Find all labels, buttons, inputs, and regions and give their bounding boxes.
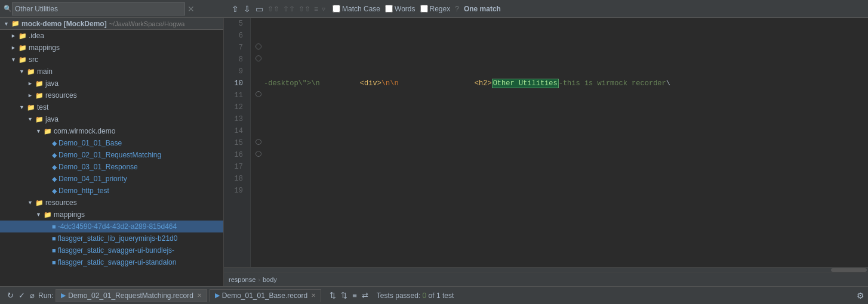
settings-button[interactable]: ⚙ (857, 291, 864, 300)
code-line-5 (256, 18, 868, 30)
regex-option[interactable]: Regex (420, 5, 451, 13)
mappings-label: mappings (29, 44, 60, 52)
filter-btn[interactable]: ▿ (321, 4, 327, 14)
sidebar[interactable]: ▼ 📁 mock-demo [MockDemo] ~/JavaWorkSpace… (0, 18, 224, 286)
rerun-button[interactable]: ↻ (6, 290, 15, 301)
sidebar-item-mappings-test[interactable]: ▼ 📁 mappings (0, 209, 223, 221)
sidebar-item-resources-main[interactable]: ► 📁 resources (0, 89, 223, 101)
json4-label: flasgger_static_swagger-ui-standalon (58, 258, 177, 266)
bp-11 (256, 89, 264, 101)
line-num-12: 12 (224, 101, 247, 113)
mappings-arrow: ► (11, 45, 17, 51)
sidebar-item-package[interactable]: ▼ 📁 com.wirmock.demo (0, 125, 223, 137)
sidebar-item-demo03[interactable]: ► ◆ Demo_03_01_Response (0, 161, 223, 173)
clear-search-button[interactable]: ✕ (185, 3, 197, 15)
code-line-8 (256, 54, 868, 66)
sidebar-item-main[interactable]: ▼ 📁 main (0, 66, 223, 77)
sidebar-item-demo04[interactable]: ► ◆ Demo_04_01_priority (0, 173, 223, 185)
tab-demo01-close[interactable]: ✕ (311, 292, 316, 299)
sidebar-item-demo-http[interactable]: ► ◆ Demo_http_test (0, 185, 223, 197)
editor-scrollbar[interactable] (224, 267, 868, 272)
project-header[interactable]: ▼ 📁 mock-demo [MockDemo] ~/JavaWorkSpace… (0, 18, 223, 30)
line-num-15: 15 (224, 137, 247, 149)
main-label: main (37, 67, 53, 76)
java-main-folder-icon: 📁 (35, 80, 44, 88)
code-line-16 (256, 149, 868, 161)
code-suffix: -this is wirmock recorder (559, 79, 666, 88)
words-option[interactable]: Words (385, 5, 415, 13)
breakpoint-dot-7 (256, 44, 261, 49)
breadcrumb-response[interactable]: response (229, 276, 256, 283)
help-button[interactable]: ? (455, 5, 459, 13)
code-editor[interactable]: -desktop\">\n <div>\n\n <h2>Other Utilit… (251, 18, 868, 267)
sidebar-item-java-test[interactable]: ▼ 📁 java (0, 113, 223, 125)
resources-test-arrow: ▼ (27, 200, 33, 206)
tab-demo02-close[interactable]: ✕ (197, 292, 202, 299)
sort-asc-button[interactable]: ⇅ (328, 290, 337, 301)
resources-main-label: resources (45, 91, 77, 100)
editor-content[interactable]: 5 6 7 8 9 10 11 12 13 14 15 16 17 18 19 (224, 18, 868, 267)
sidebar-item-resources-test[interactable]: ▼ 📁 resources (0, 197, 223, 209)
sidebar-item-test[interactable]: ▼ 📁 test (0, 101, 223, 113)
sidebar-item-json3[interactable]: ► ■ flasgger_static_swagger-ui-bundlejs- (0, 244, 223, 256)
main-area: ▼ 📁 mock-demo [MockDemo] ~/JavaWorkSpace… (0, 18, 868, 286)
words-label: Words (395, 5, 415, 13)
code-line-18 (256, 173, 868, 185)
tab-demo01[interactable]: ▶ Demo_01_01_Base.record ✕ (210, 289, 321, 302)
match-case-option[interactable]: Match Case (333, 5, 380, 13)
swap-button[interactable]: ⇄ (361, 290, 370, 301)
bp-16 (256, 149, 264, 161)
breadcrumb-body[interactable]: body (263, 276, 277, 283)
sidebar-item-java-main[interactable]: ► 📁 java (0, 77, 223, 89)
next-match-button[interactable]: ⇩ (242, 3, 253, 15)
sidebar-item-json4[interactable]: ► ■ flasgger_static_swagger-ui-standalon (0, 256, 223, 268)
match-case-label: Match Case (342, 5, 380, 13)
demo01-label: Demo_01_01_Base (59, 139, 122, 147)
tab-demo01-icon: ▶ (215, 291, 220, 299)
sidebar-item-idea[interactable]: ► 📁 .idea (0, 30, 223, 42)
top-toolbar: 🔍 ✕ ⇧ ⇩ ▭ ⇧⇧ ⇧⇧ ⇧⇧ ≡ ▿ Match Case Words … (0, 0, 868, 18)
bp-8 (256, 54, 264, 66)
editor-area: 5 6 7 8 9 10 11 12 13 14 15 16 17 18 19 (224, 18, 868, 286)
regex-checkbox[interactable] (420, 5, 428, 13)
breadcrumb-sep1: › (258, 276, 260, 283)
tab-demo02-label: Demo_02_01_RequestMatching.record (68, 291, 193, 300)
test-folder-icon: 📁 (27, 104, 35, 111)
list-button[interactable]: ≡ (351, 290, 358, 301)
prev-match-button[interactable]: ⇧ (230, 3, 241, 15)
test-total-count: 1 test (436, 291, 454, 300)
search-icon: 🔍 (4, 5, 12, 13)
sidebar-item-mappings-root[interactable]: ► 📁 mappings (0, 42, 223, 54)
mappings-folder-icon: 📁 (19, 44, 27, 52)
sidebar-item-demo02[interactable]: ► ◆ Demo_02_01_RequestMatching (0, 149, 223, 161)
test-passed-prefix: Tests passed: (377, 291, 420, 300)
code-line-15 (256, 137, 868, 149)
test-passed-count: 0 (423, 291, 429, 300)
tab-demo02[interactable]: ▶ Demo_02_01_RequestMatching.record ✕ (56, 289, 207, 302)
sidebar-item-src[interactable]: ▼ 📁 src (0, 54, 223, 66)
sidebar-item-json2[interactable]: ► ■ flasgger_static_lib_jqueryminjs-b21d… (0, 232, 223, 244)
line-numbers: 5 6 7 8 9 10 11 12 13 14 15 16 17 18 19 (224, 18, 251, 267)
code-tag-h2: <h2> (475, 79, 492, 88)
scrollbar-thumb[interactable] (831, 268, 867, 272)
test-status-label: Tests passed: 0 of 1 test (377, 291, 454, 300)
nav-area: ⇧ ⇩ ▭ ⇧⇧ ⇧⇧ ⇧⇧ ≡ ▿ (227, 3, 329, 15)
test-arrow: ▼ (19, 104, 25, 110)
word-wrap-button[interactable]: ▭ (254, 3, 265, 15)
sidebar-item-demo01[interactable]: ► ◆ Demo_01_01_Base (0, 137, 223, 149)
json2-label: flasgger_static_lib_jqueryminjs-b21d0 (58, 234, 178, 243)
line-num-14: 14 (224, 125, 247, 137)
words-checkbox[interactable] (385, 5, 393, 13)
sidebar-item-json1[interactable]: ► ■ -4dc34590-47d4-43d2-a289-815d464 (0, 221, 223, 232)
format-btn4[interactable]: ≡ (313, 4, 319, 14)
resources-test-label: resources (45, 198, 77, 207)
find-input[interactable] (12, 2, 185, 15)
stop-button[interactable]: ⌀ (29, 290, 36, 301)
format-btn3[interactable]: ⇧⇧ (297, 4, 312, 14)
json4-icon: ■ (52, 259, 56, 266)
match-case-checkbox[interactable] (333, 5, 340, 13)
run-all-button[interactable]: ✓ (17, 290, 26, 301)
sort-desc-button[interactable]: ⇅ (340, 290, 349, 301)
format-btn1[interactable]: ⇧⇧ (266, 4, 281, 14)
format-btn2[interactable]: ⇧⇧ (282, 4, 296, 14)
